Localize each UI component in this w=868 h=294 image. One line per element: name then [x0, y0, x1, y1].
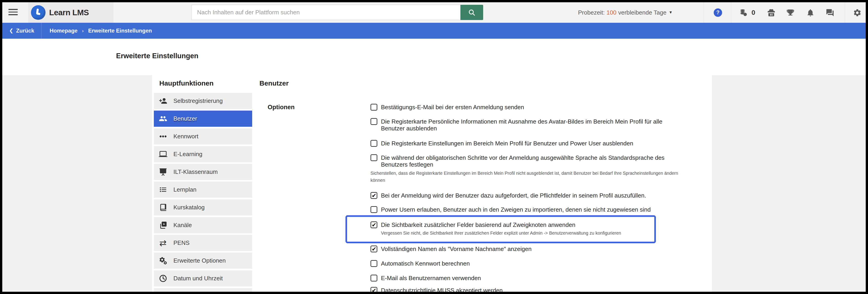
- users-icon: [154, 115, 168, 123]
- breadcrumb-bar: ❮ Zurück Homepage › Erweiterte Einstellu…: [2, 23, 866, 39]
- checkbox[interactable]: [371, 221, 377, 228]
- sidebar-item-label: ILT-Klassenraum: [174, 168, 218, 175]
- option-label: E-Mail als Benutzernamen verwenden: [381, 275, 481, 282]
- sidebar-item-label: Benutzer: [174, 115, 197, 122]
- trial-prefix: Probezeit:: [578, 9, 605, 16]
- breadcrumb-current: Erweiterte Einstellungen: [88, 28, 152, 34]
- sidebar-item-elearning[interactable]: E-Learning: [154, 146, 252, 162]
- sidebar-item-ilt-klassenraum[interactable]: ILT-Klassenraum: [154, 164, 252, 180]
- logo[interactable]: Learn LMS: [29, 2, 113, 23]
- chevron-left-icon: ❮: [9, 28, 13, 34]
- chevron-down-icon: ▼: [669, 10, 673, 15]
- sidebar-item-selbstregistrierung[interactable]: Selbstregistrierung: [154, 93, 252, 109]
- sidebar-item-label: Kurskatalog: [174, 204, 205, 211]
- checkbox[interactable]: [371, 260, 377, 267]
- sidebar-item-label: Lernplan: [174, 186, 196, 193]
- highlighted-option-box: Die Sichtbarkeit zusätzlicher Felder bas…: [345, 215, 656, 243]
- sidebar-item-erweiterte-optionen[interactable]: Erweiterte Optionen: [154, 253, 252, 269]
- section-heading: Benutzer: [259, 79, 705, 88]
- gift-icon[interactable]: [767, 8, 776, 18]
- settings-main: Benutzer Optionen Bestätigungs-E-Mail be…: [259, 79, 705, 294]
- sidebar-item-label: Kanäle: [174, 222, 192, 229]
- settings-card: Hauptfunktionen Selbstregistrierung Benu…: [152, 75, 712, 292]
- breadcrumb: Homepage › Erweiterte Einstellungen: [50, 23, 152, 39]
- breadcrumb-homepage[interactable]: Homepage: [50, 28, 78, 34]
- option-row: Die Sichtbarkeit zusätzlicher Felder bas…: [371, 221, 650, 237]
- password-dots-icon: [154, 132, 168, 141]
- hamburger-menu-icon[interactable]: [8, 9, 18, 16]
- option-label: Automatisch Kennwort berechnen: [381, 260, 470, 267]
- divider: [731, 2, 731, 23]
- checkbox[interactable]: [371, 118, 377, 125]
- logo-icon: [31, 5, 45, 20]
- checkbox[interactable]: [371, 104, 377, 110]
- option-label: Bei der Anmeldung wird der Benutzer dazu…: [381, 192, 646, 199]
- option-row: Power Usern erlauben, Benutzer auch in d…: [371, 206, 703, 213]
- options-list: Bestätigungs-E-Mail bei der ersten Anmel…: [371, 104, 703, 294]
- help-icon[interactable]: ?: [714, 8, 722, 17]
- breadcrumb-separator: ›: [82, 28, 84, 33]
- sidebar-heading: Hauptfunktionen: [159, 79, 252, 88]
- option-row: Bestätigungs-E-Mail bei der ersten Anmel…: [371, 104, 703, 110]
- person-add-icon: [154, 97, 168, 105]
- book-icon: [154, 203, 168, 211]
- logo-text: Learn LMS: [49, 8, 89, 17]
- option-row: Automatisch Kennwort berechnen: [371, 260, 703, 267]
- gear-icon[interactable]: [852, 8, 862, 18]
- checkbox[interactable]: [371, 206, 377, 213]
- bell-icon[interactable]: [806, 8, 815, 18]
- sidebar-item-label: Erweiterte Optionen: [174, 257, 226, 264]
- clock-icon: [154, 274, 168, 283]
- sidebar-item-kanaele[interactable]: Kanäle: [154, 217, 252, 233]
- checkbox[interactable]: [371, 140, 377, 147]
- option-helper-text: Vergessen Sie nicht, die Sichtbarkeit Ih…: [381, 230, 621, 237]
- search-button[interactable]: [460, 5, 483, 20]
- checkbox[interactable]: [371, 287, 377, 294]
- sidebar-item-lernplan[interactable]: Lernplan: [154, 182, 252, 198]
- option-row: Bei der Anmeldung wird der Benutzer dazu…: [371, 192, 703, 199]
- coins-icon[interactable]: [739, 8, 748, 18]
- option-row: E-Mail als Benutzernamen verwenden: [371, 275, 703, 282]
- option-label: Power Usern erlauben, Benutzer auch in d…: [381, 206, 651, 213]
- option-label: Die Sichtbarkeit zusätzlicher Felder bas…: [381, 221, 621, 228]
- coin-count: 0: [751, 9, 755, 17]
- settings-sidebar: Hauptfunktionen Selbstregistrierung Benu…: [154, 79, 252, 294]
- checkbox[interactable]: [371, 275, 377, 282]
- channels-icon: [154, 221, 168, 229]
- search-bar: [191, 5, 483, 20]
- checkbox[interactable]: [371, 154, 377, 161]
- checkbox[interactable]: [371, 192, 377, 199]
- option-label: Datenschutzrichtlinie MUSS akzeptiert we…: [381, 287, 503, 294]
- option-helper-text: Sicherstellen, dass die Registerkarte Ei…: [371, 170, 682, 184]
- trial-suffix: verbleibende Tage: [618, 9, 666, 16]
- transfer-arrows-icon: ⇄: [154, 239, 168, 247]
- option-label: Die während der obligatorischen Schritte…: [381, 154, 684, 168]
- sidebar-item-benutzer[interactable]: Benutzer: [154, 110, 252, 127]
- trial-days: 100: [607, 9, 616, 16]
- back-button[interactable]: ❮ Zurück: [2, 23, 41, 39]
- search-input[interactable]: [191, 5, 460, 20]
- trophy-icon[interactable]: [786, 8, 795, 18]
- option-row: Datenschutzrichtlinie MUSS akzeptiert we…: [371, 287, 703, 294]
- search-icon: [468, 8, 476, 17]
- checkbox[interactable]: [371, 246, 377, 252]
- sidebar-item-pens[interactable]: ⇄ PENS: [154, 235, 252, 251]
- sidebar-item-label: Selbstregistrierung: [174, 97, 223, 104]
- title-band: Erweiterte Einstellungen: [2, 39, 866, 75]
- sidebar-item-datum-uhrzeit[interactable]: Datum und Uhrzeit: [154, 270, 252, 287]
- sidebar-item-kennwort[interactable]: Kennwort: [154, 128, 252, 144]
- sidebar-item-partial[interactable]: [154, 288, 252, 294]
- option-row: Die Registerkarte Persönliche Informatio…: [371, 118, 703, 132]
- chat-icon[interactable]: [825, 8, 835, 18]
- option-label: Vollständigen Namen als "Vorname Nachnam…: [381, 246, 532, 252]
- page-title: Erweiterte Einstellungen: [116, 52, 198, 60]
- sidebar-item-kurskatalog[interactable]: Kurskatalog: [154, 199, 252, 216]
- option-row: Vollständigen Namen als "Vorname Nachnam…: [371, 246, 703, 252]
- screenshot-frame: Learn LMS Probezeit: 100 verbleibende Ta…: [0, 0, 868, 294]
- sidebar-item-label: PENS: [174, 239, 190, 247]
- divider: [845, 2, 845, 23]
- gears-icon: [154, 257, 168, 265]
- option-row-group: Die während der obligatorischen Schritte…: [371, 154, 703, 184]
- trial-status-dropdown[interactable]: Probezeit: 100 verbleibende Tage ▼: [578, 2, 673, 23]
- sidebar-item-label: Kennwort: [174, 133, 198, 140]
